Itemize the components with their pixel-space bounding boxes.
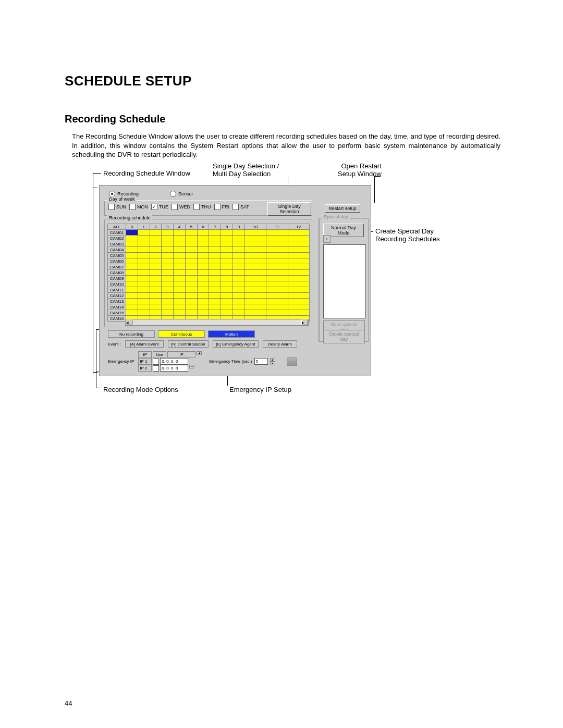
grid-cell[interactable]	[174, 230, 186, 236]
grid-cam-label[interactable]: CAM12	[108, 293, 126, 299]
day-checkbox-wed[interactable]: WED	[172, 204, 190, 210]
grid-cam-label[interactable]: CAM13	[108, 299, 126, 304]
grid-cell[interactable]	[221, 258, 233, 264]
grid-cell[interactable]	[126, 236, 138, 241]
legend-central-station[interactable]: [R] Central Station	[168, 340, 209, 348]
grid-cell[interactable]	[209, 287, 221, 293]
grid-cell[interactable]	[185, 253, 197, 258]
grid-hour-header[interactable]: 8	[221, 224, 233, 230]
day-checkbox-sat[interactable]: SAT	[232, 204, 249, 210]
grid-cell[interactable]	[174, 299, 186, 304]
grid-cell[interactable]	[126, 258, 138, 264]
grid-cell[interactable]	[185, 270, 197, 276]
grid-cell[interactable]	[233, 247, 245, 253]
grid-cell[interactable]	[244, 264, 266, 270]
grid-cell[interactable]	[209, 270, 221, 276]
grid-cell[interactable]	[162, 230, 174, 236]
grid-cell[interactable]	[162, 236, 174, 241]
grid-cell[interactable]	[244, 253, 266, 258]
grid-cell[interactable]	[138, 241, 150, 247]
grid-cell[interactable]	[288, 253, 309, 258]
grid-cell[interactable]	[150, 258, 162, 264]
grid-cell[interactable]	[197, 304, 209, 310]
grid-cell[interactable]	[288, 270, 309, 276]
grid-cell[interactable]	[233, 299, 245, 304]
grid-cell[interactable]	[233, 276, 245, 281]
grid-cell[interactable]	[266, 276, 288, 281]
scroll-left-icon[interactable]: ◂	[126, 319, 132, 325]
grid-cell[interactable]	[138, 304, 150, 310]
grid-cam-label[interactable]: CAM09	[108, 276, 126, 281]
grid-cell[interactable]	[221, 304, 233, 310]
grid-cell[interactable]	[174, 287, 186, 293]
grid-cell[interactable]	[150, 276, 162, 281]
grid-cell[interactable]	[288, 230, 309, 236]
day-checkbox-tue[interactable]: TUE	[151, 204, 168, 210]
grid-cell[interactable]	[185, 241, 197, 247]
grid-cell[interactable]	[221, 299, 233, 304]
day-checkbox-sun[interactable]: SUN	[108, 204, 126, 210]
grid-cell[interactable]	[288, 258, 309, 264]
grid-cell[interactable]	[244, 236, 266, 241]
grid-cell[interactable]	[138, 299, 150, 304]
eip-spin-up-icon[interactable]: ▴	[197, 351, 202, 358]
grid-cam-label[interactable]: CAM07	[108, 264, 126, 270]
grid-cell[interactable]	[150, 304, 162, 310]
eip-row2-use[interactable]	[153, 365, 159, 372]
grid-cell[interactable]	[174, 293, 186, 299]
grid-cell[interactable]	[209, 236, 221, 241]
grid-cell[interactable]	[138, 276, 150, 281]
grid-cell[interactable]	[233, 241, 245, 247]
grid-cell[interactable]	[221, 236, 233, 241]
special-day-list[interactable]	[323, 244, 366, 318]
grid-cell[interactable]	[221, 253, 233, 258]
grid-cell[interactable]	[244, 299, 266, 304]
grid-cell[interactable]	[185, 264, 197, 270]
grid-cell[interactable]	[185, 236, 197, 241]
grid-cell[interactable]	[150, 293, 162, 299]
grid-cell[interactable]	[174, 236, 186, 241]
grid-hour-header[interactable]: 10	[244, 224, 266, 230]
legend-alarm-event[interactable]: [A] Alarm Event	[125, 340, 164, 348]
grid-cell[interactable]	[221, 264, 233, 270]
grid-cell[interactable]	[126, 281, 138, 287]
grid-cell[interactable]	[185, 276, 197, 281]
grid-cell[interactable]	[174, 253, 186, 258]
grid-cell[interactable]	[126, 241, 138, 247]
grid-cell[interactable]	[266, 304, 288, 310]
grid-cell[interactable]	[288, 241, 309, 247]
restart-setup-button[interactable]: Restart setup	[325, 204, 360, 213]
grid-cam-label[interactable]: CAM03	[108, 241, 126, 247]
grid-cell[interactable]	[209, 258, 221, 264]
grid-cell[interactable]	[138, 253, 150, 258]
legend-continuous[interactable]: Continuous	[158, 330, 205, 338]
grid-cell[interactable]	[162, 258, 174, 264]
grid-cell[interactable]	[185, 247, 197, 253]
grid-hour-header[interactable]: 2	[150, 224, 162, 230]
grid-cell[interactable]	[185, 230, 197, 236]
grid-cell[interactable]	[197, 281, 209, 287]
grid-cell[interactable]	[197, 270, 209, 276]
grid-cell[interactable]	[244, 287, 266, 293]
grid-cell[interactable]	[233, 264, 245, 270]
grid-cell[interactable]	[233, 236, 245, 241]
day-checkbox-thu[interactable]: THU	[193, 204, 211, 210]
grid-cell[interactable]	[138, 247, 150, 253]
grid-cell[interactable]	[266, 258, 288, 264]
grid-cell[interactable]	[150, 287, 162, 293]
grid-cell[interactable]	[244, 241, 266, 247]
grid-cell[interactable]	[174, 281, 186, 287]
eip-row1-ip[interactable]: 0. 0. 0. 0	[160, 358, 188, 365]
day-checkbox-mon[interactable]: MON	[129, 204, 148, 210]
grid-cell[interactable]	[288, 276, 309, 281]
grid-cell[interactable]	[138, 230, 150, 236]
grid-hour-header[interactable]: 12	[288, 224, 309, 230]
grid-cell[interactable]	[209, 253, 221, 258]
grid-cell[interactable]	[174, 270, 186, 276]
grid-cell[interactable]	[174, 247, 186, 253]
grid-cam-label[interactable]: CAM04	[108, 247, 126, 253]
grid-cell[interactable]	[221, 287, 233, 293]
legend-motion[interactable]: Motion	[208, 330, 255, 338]
grid-cell[interactable]	[233, 281, 245, 287]
grid-cam-label[interactable]: CAM06	[108, 258, 126, 264]
